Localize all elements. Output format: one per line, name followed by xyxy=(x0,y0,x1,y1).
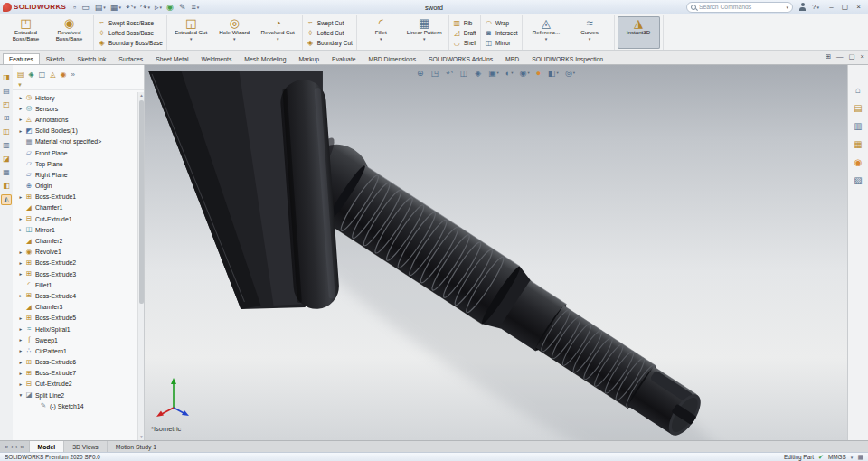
tree-item[interactable]: ▸⊞Boss-Extrude2 xyxy=(14,258,137,268)
tab-weldments[interactable]: Weldments xyxy=(194,53,238,64)
tree-item[interactable]: ▸⊞Boss-Extrude1 xyxy=(14,192,137,202)
tab-sketch[interactable]: Sketch xyxy=(40,53,71,64)
tab-sheet-metal[interactable]: Sheet Metal xyxy=(149,53,194,64)
draft-button[interactable]: ◿Draft xyxy=(453,28,476,38)
save-icon[interactable]: ▤▾ xyxy=(95,3,106,12)
expand-arrow-icon[interactable]: ▸ xyxy=(17,337,24,343)
left-toolbar-icon-4[interactable]: ⊞ xyxy=(1,113,12,124)
tree-item[interactable]: ▸⊞Boss-Extrude4 xyxy=(14,290,137,301)
displaymanager-tab-icon[interactable]: ◉ xyxy=(60,70,66,80)
zoom-to-area-icon[interactable]: ◳ xyxy=(431,69,440,78)
configurationmanager-tab-icon[interactable]: ◫ xyxy=(39,70,46,80)
dimxpertmanager-tab-icon[interactable]: ◬ xyxy=(50,70,55,80)
doc-restore-icon[interactable]: ▢ xyxy=(849,52,855,61)
redo-icon[interactable]: ↷▾ xyxy=(140,3,150,12)
rib-button[interactable]: ▥Rib xyxy=(453,18,476,28)
appearances-scenes-icon[interactable]: ◉ xyxy=(854,157,863,167)
swept-boss-base-button[interactable]: ≈Swept Boss/Base xyxy=(98,18,163,28)
viewport-split-icon[interactable]: ⊞ xyxy=(826,52,831,61)
tab-mbd-dimensions[interactable]: MBD Dimensions xyxy=(363,53,423,64)
3d-views-tab[interactable]: 3D Views xyxy=(64,441,108,452)
tree-item[interactable]: ▸◎Sensors xyxy=(14,103,137,114)
tree-item[interactable]: ▸⊟Cut-Extrude1 xyxy=(14,213,137,224)
tree-item[interactable]: ▸⊞Boss-Extrude5 xyxy=(14,313,137,324)
design-library-icon[interactable]: ▤ xyxy=(854,103,862,113)
undo-icon[interactable]: ↶▾ xyxy=(126,3,136,12)
status-grid-icon[interactable]: ▦ xyxy=(857,454,863,461)
tree-item[interactable]: ▸⊞Boss-Extrude7 xyxy=(14,368,137,379)
scroll-down-icon[interactable]: ▼ xyxy=(138,435,145,439)
left-toolbar-icon-3[interactable]: ◰ xyxy=(1,99,12,110)
scroll-up-icon[interactable]: ▲ xyxy=(138,93,145,98)
motion-study-tab[interactable]: Motion Study 1 xyxy=(108,441,165,452)
left-toolbar-icon-9[interactable]: ◧ xyxy=(1,181,12,192)
units-dropdown-icon[interactable] xyxy=(851,454,854,460)
view-settings-icon[interactable]: ◎▾ xyxy=(565,69,575,78)
boundary-boss-base-button[interactable]: ◈Boundary Boss/Base xyxy=(98,38,163,48)
tree-item[interactable]: ✎(-) Sketch14 xyxy=(14,400,137,411)
tab-sketch-ink[interactable]: Sketch Ink xyxy=(71,53,113,64)
curves-button[interactable]: ≈Curves▾ xyxy=(569,16,611,49)
custom-properties-icon[interactable]: ▧ xyxy=(854,175,862,185)
tree-item[interactable]: ▸◫Mirror1 xyxy=(14,224,137,235)
extruded-boss-base-button[interactable]: ◰Extruded Boss/Base xyxy=(5,16,47,49)
file-explorer-icon[interactable]: ▥ xyxy=(854,121,862,131)
lofted-boss-base-button[interactable]: ◊Lofted Boss/Base xyxy=(98,28,163,38)
tree-item[interactable]: ▸∴CirPattern1 xyxy=(14,345,137,356)
expand-arrow-icon[interactable]: ▸ xyxy=(17,326,24,332)
expand-arrow-icon[interactable]: ▸ xyxy=(17,260,24,266)
expand-arrow-icon[interactable]: ▸ xyxy=(17,194,24,200)
left-toolbar-icon-1[interactable]: ◨ xyxy=(1,72,12,83)
expand-arrow-icon[interactable]: ▸ xyxy=(17,315,24,321)
scrollbar-thumb[interactable] xyxy=(139,100,144,304)
open-file-icon[interactable]: ▭ xyxy=(81,3,90,12)
tree-item[interactable]: ▸∫Sweep1 xyxy=(14,334,137,345)
dynamic-annotation-views-icon[interactable]: ◈ xyxy=(475,69,482,78)
new-file-icon[interactable]: ▫ xyxy=(73,3,77,12)
propertymanager-tab-icon[interactable]: ◈ xyxy=(29,70,34,80)
expand-arrow-icon[interactable]: ▸ xyxy=(17,293,24,298)
tab-mesh-modeling[interactable]: Mesh Modeling xyxy=(238,53,292,64)
tree-item[interactable]: ▱Top Plane xyxy=(14,158,137,169)
tree-item[interactable]: ▸≈Helix/Spiral1 xyxy=(14,324,137,334)
reference-geometry-button[interactable]: ◬Referenc...▾ xyxy=(525,16,568,49)
expand-arrow-icon[interactable]: ▸ xyxy=(17,381,24,387)
left-toolbar-icon-8[interactable]: ▦ xyxy=(1,167,12,178)
expand-arrow-icon[interactable]: ▸ xyxy=(17,106,24,111)
left-toolbar-icon-7[interactable]: ◪ xyxy=(1,154,12,165)
tree-item[interactable]: ◢Chamfer2 xyxy=(14,235,137,246)
fillet-button[interactable]: ◜Fillet▾ xyxy=(360,16,402,49)
tab-mbd[interactable]: MBD xyxy=(499,53,525,64)
section-view-icon[interactable]: ◫ xyxy=(460,69,469,78)
tab-markup[interactable]: Markup xyxy=(292,53,326,64)
tab-solidworks-inspection[interactable]: SOLIDWORKS Inspection xyxy=(525,53,609,64)
search-dropdown-icon[interactable] xyxy=(787,4,789,10)
tab-solidworks-add-ins[interactable]: SOLIDWORKS Add-Ins xyxy=(422,53,499,64)
left-toolbar-icon-10[interactable]: ◭ xyxy=(1,194,12,205)
swept-cut-button[interactable]: ≈Swept Cut xyxy=(307,18,353,28)
expand-arrow-icon[interactable]: ▸ xyxy=(17,128,24,134)
expand-arrow-icon[interactable]: ▸ xyxy=(17,371,24,376)
left-toolbar-icon-5[interactable]: ◫ xyxy=(1,127,12,137)
expand-arrow-icon[interactable]: ▸ xyxy=(17,95,24,100)
tree-item[interactable]: ▱Front Plane xyxy=(14,147,137,158)
tree-item[interactable]: ▸◬Annotations xyxy=(14,114,137,125)
mirror-button[interactable]: ◫Mirror xyxy=(485,38,518,48)
expand-arrow-icon[interactable]: ▸ xyxy=(17,249,24,255)
zoom-to-fit-icon[interactable]: ⊕ xyxy=(417,69,425,78)
linear-pattern-button[interactable]: ▦Linear Pattern▾ xyxy=(403,16,446,49)
apply-scene-icon[interactable]: ◧▾ xyxy=(548,69,559,78)
featuremanager-tab-icon[interactable]: ▤ xyxy=(17,70,24,80)
home-icon[interactable]: ⌂ xyxy=(855,85,861,95)
extruded-cut-button[interactable]: ◱Extruded Cut▾ xyxy=(170,16,212,49)
tree-item[interactable]: ▾◪Split Line2 xyxy=(14,390,137,400)
expand-arrow-icon[interactable]: ▸ xyxy=(17,348,24,353)
rebuild-icon[interactable]: ◉ xyxy=(166,3,175,12)
left-toolbar-icon-6[interactable]: ▥ xyxy=(1,140,12,151)
expand-arrow-icon[interactable]: ▸ xyxy=(17,227,24,232)
tree-item[interactable]: ▸◉Revolve1 xyxy=(14,247,137,258)
pane-splitter-left-icon[interactable]: « xyxy=(5,444,8,450)
search-commands-input[interactable] xyxy=(699,4,783,10)
maximize-icon[interactable]: ▢ xyxy=(838,1,852,14)
expand-arrow-icon[interactable]: ▸ xyxy=(17,360,24,365)
